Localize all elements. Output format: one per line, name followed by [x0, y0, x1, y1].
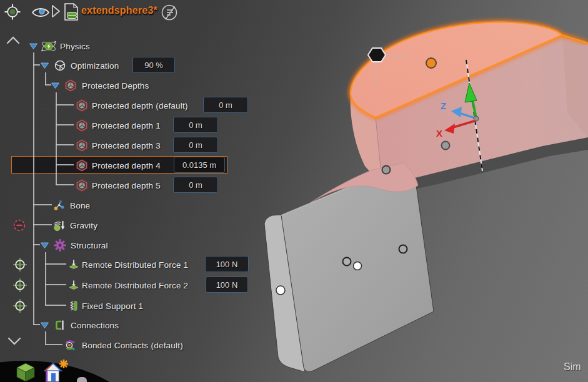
- tree-row-protected-depth-3[interactable]: Protected depth 3 0 m: [0, 137, 253, 154]
- document-title[interactable]: extendsphere3*: [81, 5, 157, 16]
- sync-settings-icon[interactable]: [160, 2, 179, 22]
- tree-label: Protected depth 4: [92, 160, 161, 170]
- depth-value-field[interactable]: 0 m: [203, 97, 248, 113]
- status-brand-text: Sim: [564, 361, 581, 373]
- expander-icon[interactable]: [40, 242, 49, 249]
- expander-icon[interactable]: [29, 42, 38, 50]
- tree-row-structural[interactable]: Structural: [0, 237, 253, 253]
- protected-depth-hexagon-icon: [75, 119, 89, 132]
- tree-label: Fixed Support 1: [82, 301, 143, 310]
- expander-icon[interactable]: [40, 62, 49, 69]
- tree-row-remote-force-2[interactable]: Remote Distributed Force 2 100 N: [0, 277, 253, 293]
- tree-row-connections[interactable]: Connections: [0, 316, 253, 333]
- fixed-support-icon: [67, 300, 80, 312]
- tree-label: Connections: [71, 320, 119, 330]
- app-window: { "header": { "title": "extendsphere3*" …: [0, 0, 588, 382]
- remote-force-icon: [67, 258, 80, 271]
- depth-value-field[interactable]: 0.0135 m: [174, 157, 225, 173]
- x-axis-label: X: [436, 128, 442, 139]
- tree-label: Physics: [60, 41, 90, 51]
- visibility-eye-icon[interactable]: [31, 5, 50, 20]
- triad-origin[interactable]: [474, 116, 479, 121]
- protected-depth-hexagon-icon: [75, 99, 89, 112]
- tree-row-physics[interactable]: Physics: [0, 37, 253, 54]
- tree-label: Remote Distributed Force 1: [82, 260, 188, 269]
- tree-label: Gravity: [70, 220, 97, 230]
- depth-value-field[interactable]: 0 m: [173, 117, 218, 133]
- home-view-icon[interactable]: [42, 358, 70, 382]
- protected-depth-hexagon-icon: [75, 139, 89, 152]
- connections-icon: [54, 319, 66, 331]
- hexagon-drag-handle[interactable]: [368, 48, 386, 62]
- z-axis-label: Z: [441, 100, 446, 111]
- tree-row-protected-depth-4-selected[interactable]: Protected depth 4 0.0135 m: [0, 157, 253, 174]
- tree-label: Structural: [71, 240, 108, 250]
- tree-label: Optimization: [71, 61, 119, 70]
- marker-orange-dot[interactable]: [426, 58, 436, 68]
- tree-label: Bone: [70, 200, 90, 210]
- structural-gear-icon: [53, 238, 67, 252]
- play-expand-icon[interactable]: [50, 4, 61, 19]
- expander-icon[interactable]: [40, 321, 49, 329]
- tree-label: Protected depth 1: [92, 120, 161, 130]
- tree-row-bone[interactable]: Bone: [0, 197, 253, 213]
- tree-label: Protected depth 5: [92, 180, 161, 190]
- optimization-sphere-icon: [53, 59, 67, 72]
- force-value-field[interactable]: 100 N: [205, 256, 249, 272]
- document-model-icon[interactable]: [62, 2, 81, 22]
- partial-wheel-icon[interactable]: [77, 377, 87, 382]
- marker-white-dot-2[interactable]: [276, 286, 285, 295]
- expander-icon[interactable]: [51, 82, 60, 89]
- depth-value-field[interactable]: 0 m: [173, 177, 218, 193]
- tree-label: Remote Distributed Force 2: [82, 280, 188, 290]
- protected-depth-hexagon-icon: [75, 179, 89, 192]
- locate-target-icon[interactable]: [4, 3, 21, 21]
- tree-label: Protected depth 3: [92, 140, 161, 150]
- marker-gray-dot-2[interactable]: [382, 166, 391, 174]
- model-tree: Physics Optimization 90 % Protected Dept…: [0, 0, 256, 382]
- bonded-contacts-magnifier-icon: [64, 339, 77, 351]
- tree-row-remote-force-1[interactable]: Remote Distributed Force 1 100 N: [0, 256, 253, 273]
- marker-ring-dot-1[interactable]: [343, 258, 351, 266]
- optimization-value-field[interactable]: 90 %: [132, 57, 175, 73]
- tree-row-protected-depth-default[interactable]: Protected depth (default) 0 m: [0, 97, 253, 114]
- gravity-icon: [52, 218, 66, 232]
- marker-ring-dot-2[interactable]: [399, 245, 407, 253]
- marker-white-dot-1[interactable]: [354, 262, 362, 270]
- tree-row-fixed-support-1[interactable]: Fixed Support 1: [0, 297, 253, 314]
- tree-label: Protected depth (default): [92, 100, 188, 110]
- depth-value-field[interactable]: 0 m: [173, 137, 218, 153]
- marker-gray-dot-1[interactable]: [442, 142, 450, 150]
- tree-row-protected-depth-5[interactable]: Protected depth 5 0 m: [0, 177, 253, 193]
- tree-row-protected-depths[interactable]: Protected Depths: [0, 77, 253, 94]
- tree-row-bonded-contacts[interactable]: Bonded Contacts (default): [0, 336, 253, 353]
- cube-view-icon[interactable]: [16, 363, 36, 382]
- tree-label: Protected Depths: [82, 81, 149, 90]
- force-value-field[interactable]: 100 N: [206, 277, 248, 293]
- protected-depth-hexagon-icon: [64, 79, 77, 92]
- tree-row-gravity[interactable]: Gravity: [0, 217, 253, 233]
- slab-front-face[interactable]: [281, 179, 434, 372]
- bone-molecule-icon: [52, 199, 66, 212]
- tree-row-optimization[interactable]: Optimization 90 %: [0, 57, 253, 74]
- protected-depth-hexagon-icon: [75, 159, 89, 172]
- remote-force-icon: [67, 279, 80, 291]
- tree-row-protected-depth-1[interactable]: Protected depth 1 0 m: [0, 117, 253, 134]
- tree-label: Bonded Contacts (default): [82, 340, 183, 350]
- physics-icon: [41, 39, 57, 54]
